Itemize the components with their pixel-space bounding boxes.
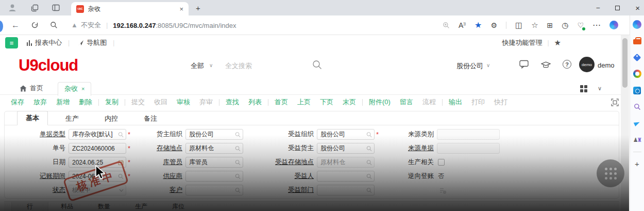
field-input[interactable]: 原材料仓 <box>185 143 243 154</box>
field-input[interactable]: 股份公司 <box>185 129 243 140</box>
field-label[interactable]: 状态 <box>5 186 65 194</box>
shopping-icon[interactable]: ♡ <box>577 21 584 29</box>
chevron-down-icon[interactable]: ∨ <box>209 62 213 68</box>
collections-icon[interactable]: ⊞ <box>547 21 553 29</box>
search-icon[interactable] <box>235 145 241 151</box>
field-label[interactable]: 存储地点 <box>131 144 182 153</box>
toolbar-button[interactable]: 保存 <box>6 98 29 107</box>
toolbar-button[interactable]: 末页 <box>338 98 361 107</box>
field-input[interactable] <box>185 171 243 182</box>
dropdown-icon[interactable] <box>119 189 124 192</box>
toolbar-button[interactable]: 留言 <box>395 98 418 107</box>
search-icon[interactable] <box>235 187 241 193</box>
read-aloud-icon[interactable]: A)) <box>459 21 466 29</box>
org-select[interactable]: 股份公司 <box>456 61 483 71</box>
search-icon[interactable] <box>366 187 372 193</box>
floating-menu-button[interactable] <box>597 159 624 187</box>
search-scope-select[interactable]: 全部 <box>191 61 204 71</box>
toolbar-button[interactable]: 查找 <box>221 98 244 107</box>
field-label[interactable]: 受益存储地点 <box>262 158 314 167</box>
shortcut-management-link[interactable]: 快捷功能管理 <box>502 38 542 47</box>
chevron-down-icon[interactable]: ∨ <box>486 62 490 68</box>
field-input[interactable]: 库存杂收[默认] <box>69 129 126 140</box>
workspaces-icon[interactable] <box>31 4 39 12</box>
browser-tab[interactable]: U9C 杂收 × <box>71 2 189 15</box>
more-icon[interactable]: ⋯ <box>592 20 601 30</box>
field-label[interactable]: 记账期间 <box>5 172 65 181</box>
toolbar-button[interactable]: 复制 <box>100 98 123 107</box>
messenger-icon[interactable] <box>633 119 642 128</box>
toolbar-button[interactable]: 上页 <box>293 98 315 107</box>
extensions-icon[interactable]: ⚙ <box>490 21 497 29</box>
tools-icon[interactable] <box>633 36 642 45</box>
split-window-icon[interactable] <box>52 4 60 11</box>
shopping-tag-icon[interactable] <box>633 53 642 62</box>
search-icon[interactable] <box>235 132 241 137</box>
menu-button[interactable]: ≡ <box>5 37 18 48</box>
search-icon[interactable] <box>50 21 58 29</box>
copilot-icon[interactable] <box>633 20 642 29</box>
form-tab[interactable]: 基本 <box>17 111 48 125</box>
toolbar-button[interactable]: 审核 <box>172 98 195 107</box>
search-icon[interactable] <box>366 132 372 137</box>
sidebar-search-icon[interactable] <box>633 102 642 111</box>
field-input[interactable]: ZC2024060006 <box>69 143 126 154</box>
favorite-star-icon[interactable]: ★ <box>474 20 482 30</box>
field-label[interactable]: 受益部门 <box>262 186 314 194</box>
search-icon[interactable] <box>118 132 124 137</box>
field-input[interactable] <box>317 185 375 196</box>
field-input[interactable]: 股份公司 <box>317 129 375 140</box>
field-label[interactable]: 单据类型 <box>5 130 65 139</box>
search-icon[interactable] <box>366 173 372 179</box>
toolbar-button[interactable]: 放弃 <box>29 98 52 107</box>
tab-close-icon[interactable]: × <box>81 86 84 92</box>
help-icon[interactable]: ? <box>563 60 571 69</box>
form-tab[interactable]: 生产 <box>57 112 87 125</box>
maximize-button[interactable] <box>615 6 620 10</box>
field-label[interactable]: 客户 <box>131 186 182 194</box>
global-search-input[interactable]: 全文搜索 <box>225 61 252 71</box>
outlook-icon[interactable] <box>633 86 642 95</box>
search-icon[interactable] <box>366 159 372 165</box>
form-tab[interactable]: 备注 <box>135 112 165 125</box>
toolbar-button[interactable]: 附件(0) <box>364 98 395 107</box>
toolbar-button[interactable]: 新增 <box>52 98 74 107</box>
layout-grid-icon[interactable] <box>580 85 587 92</box>
nav-map-link[interactable]: 导航图 <box>78 38 107 47</box>
toolbar-button[interactable]: 列表 <box>244 98 266 107</box>
url-text[interactable]: 192.168.0.247:8085/U9C/mvc/main/index <box>113 21 236 30</box>
field-label[interactable]: 供应商 <box>131 172 182 181</box>
field-input[interactable]: 股份公司 <box>317 143 375 154</box>
report-center-link[interactable]: 报表中心 <box>26 38 62 47</box>
favorites-hub-icon[interactable]: ☆ <box>531 21 538 30</box>
tab-zashou-active[interactable]: 杂收 × <box>58 82 91 96</box>
field-input[interactable] <box>317 171 375 182</box>
chevron-down-icon[interactable]: ∨ <box>598 85 602 92</box>
field-label[interactable]: 来源单据 <box>386 144 434 153</box>
scrollbar-thumb[interactable] <box>622 38 628 88</box>
learning-icon[interactable] <box>541 61 551 71</box>
browser-profile-icon[interactable] <box>7 3 18 13</box>
field-label[interactable]: 受益人 <box>262 172 314 181</box>
tab-home[interactable]: 首页 <box>20 84 43 93</box>
copilot-icon[interactable] <box>609 21 618 29</box>
split-screen-icon[interactable]: ◫ <box>515 21 522 30</box>
search-icon[interactable] <box>366 145 372 151</box>
global-search-icon[interactable] <box>312 60 322 72</box>
avatar[interactable]: demo <box>579 57 595 72</box>
new-tab-button[interactable]: + <box>196 4 200 12</box>
refresh-icon[interactable] <box>31 21 39 29</box>
fullscreen-icon[interactable] <box>611 99 619 108</box>
toolbar-button[interactable]: 首页 <box>270 98 293 107</box>
field-input[interactable] <box>185 185 243 196</box>
games-icon[interactable]: ♟♜ <box>633 135 642 144</box>
sidebar-add-icon[interactable]: + <box>635 159 639 168</box>
microsoft-365-icon[interactable] <box>633 69 642 78</box>
history-icon[interactable]: ◷ <box>562 21 568 30</box>
checkbox[interactable] <box>438 159 445 166</box>
page-scrollbar[interactable] <box>621 35 629 211</box>
toolbar-button[interactable]: 下页 <box>315 98 338 107</box>
zoom-icon[interactable] <box>443 22 450 29</box>
message-icon[interactable] <box>519 60 529 71</box>
minimize-button[interactable]: – <box>597 4 600 11</box>
